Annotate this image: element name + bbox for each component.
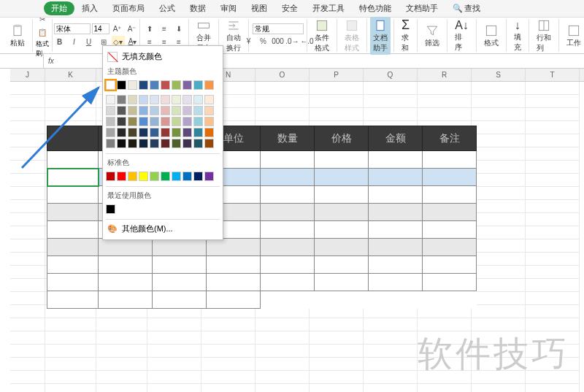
- color-swatch[interactable]: [172, 106, 181, 115]
- table-cell[interactable]: [207, 291, 261, 309]
- table-cell[interactable]: [423, 186, 477, 204]
- table-header[interactable]: 价格: [315, 126, 369, 151]
- table-cell[interactable]: [315, 221, 369, 239]
- color-swatch[interactable]: [182, 128, 192, 137]
- table-cell[interactable]: [369, 204, 423, 221]
- number-format-select[interactable]: [253, 23, 304, 34]
- fill-button[interactable]: ↓填充: [510, 18, 526, 54]
- table-cell[interactable]: [261, 291, 315, 309]
- color-swatch[interactable]: [204, 106, 214, 115]
- color-swatch[interactable]: [106, 204, 115, 214]
- cut-icon[interactable]: ✂: [36, 13, 49, 26]
- table-cell[interactable]: [423, 204, 477, 221]
- table-cell[interactable]: [153, 239, 207, 256]
- tab-data[interactable]: 数据: [182, 0, 213, 17]
- color-swatch[interactable]: [161, 80, 170, 90]
- align-mid-icon[interactable]: ≡: [158, 23, 171, 36]
- color-swatch[interactable]: [117, 117, 126, 126]
- color-swatch[interactable]: [139, 172, 148, 181]
- filter-button[interactable]: 筛选: [420, 22, 444, 50]
- color-swatch[interactable]: [182, 106, 192, 115]
- col-header-O[interactable]: O: [256, 69, 310, 81]
- color-swatch[interactable]: [161, 128, 170, 137]
- tab-special[interactable]: 特色功能: [352, 0, 399, 17]
- table-style-button[interactable]: 表格样式: [340, 17, 364, 55]
- color-swatch[interactable]: [172, 80, 181, 90]
- tab-insert[interactable]: 插入: [74, 0, 105, 17]
- currency-icon[interactable]: ¥: [242, 34, 256, 47]
- color-swatch[interactable]: [193, 128, 203, 137]
- cond-format-button[interactable]: 条件格式: [310, 17, 334, 55]
- table-cell[interactable]: [423, 221, 477, 239]
- color-swatch[interactable]: [106, 172, 115, 181]
- table-cell[interactable]: [369, 186, 423, 204]
- table-cell[interactable]: [315, 169, 369, 186]
- color-swatch[interactable]: [128, 172, 137, 181]
- color-swatch[interactable]: [172, 139, 181, 148]
- table-cell[interactable]: [153, 274, 207, 291]
- color-swatch[interactable]: [161, 95, 170, 104]
- tab-find[interactable]: 🔍查找: [445, 0, 488, 17]
- table-header[interactable]: 备注: [423, 126, 477, 151]
- color-swatch[interactable]: [106, 139, 115, 148]
- table-cell[interactable]: [315, 204, 369, 221]
- color-swatch[interactable]: [161, 106, 170, 115]
- color-swatch[interactable]: [204, 139, 214, 148]
- table-cell[interactable]: [423, 151, 477, 169]
- inc-decimal-icon[interactable]: .0→: [286, 34, 299, 47]
- table-cell[interactable]: [369, 151, 423, 169]
- table-cell[interactable]: [369, 221, 423, 239]
- color-swatch[interactable]: [150, 128, 159, 137]
- table-header[interactable]: 数量: [261, 126, 315, 151]
- worksheet-button[interactable]: 工作: [562, 22, 584, 50]
- italic-icon[interactable]: I: [68, 36, 81, 49]
- col-header-S[interactable]: S: [472, 69, 526, 81]
- table-cell[interactable]: [423, 239, 477, 256]
- color-swatch[interactable]: [117, 128, 126, 137]
- bold-icon[interactable]: B: [53, 36, 66, 49]
- tab-dochelp[interactable]: 文档助手: [399, 0, 445, 17]
- table-cell[interactable]: [261, 169, 315, 186]
- table-cell[interactable]: [99, 256, 153, 274]
- table-header[interactable]: 金额: [369, 126, 423, 151]
- color-swatch[interactable]: [150, 139, 159, 148]
- rowcol-button[interactable]: 行和列: [532, 17, 556, 55]
- color-swatch[interactable]: [139, 95, 148, 104]
- color-swatch[interactable]: [204, 128, 214, 137]
- font-name-select[interactable]: [54, 23, 91, 34]
- table-cell[interactable]: [47, 151, 99, 169]
- color-swatch[interactable]: [150, 80, 159, 90]
- table-cell[interactable]: [47, 239, 99, 256]
- color-swatch[interactable]: [204, 80, 214, 90]
- copy-icon[interactable]: 📋: [36, 26, 49, 39]
- tab-security[interactable]: 安全: [274, 0, 305, 17]
- sum-button[interactable]: Σ求和: [397, 16, 414, 55]
- color-swatch[interactable]: [139, 80, 148, 90]
- color-swatch[interactable]: [161, 117, 170, 126]
- color-swatch[interactable]: [106, 95, 115, 104]
- table-cell[interactable]: [261, 151, 315, 169]
- tab-layout[interactable]: 页面布局: [105, 0, 152, 17]
- color-swatch[interactable]: [193, 80, 203, 90]
- table-cell[interactable]: [423, 291, 477, 309]
- table-cell[interactable]: [261, 186, 315, 204]
- comma-icon[interactable]: 000: [272, 34, 285, 47]
- color-swatch[interactable]: [139, 128, 148, 137]
- table-cell[interactable]: [261, 239, 315, 256]
- table-cell[interactable]: [99, 239, 153, 256]
- table-cell[interactable]: [47, 169, 99, 186]
- table-cell[interactable]: [423, 169, 477, 186]
- color-swatch[interactable]: [117, 106, 126, 115]
- color-swatch[interactable]: [128, 95, 137, 104]
- color-swatch[interactable]: [139, 106, 148, 115]
- tab-review[interactable]: 审阅: [213, 0, 244, 17]
- col-header-P[interactable]: P: [310, 69, 364, 81]
- color-swatch[interactable]: [128, 139, 137, 148]
- table-cell[interactable]: [369, 274, 423, 291]
- color-swatch[interactable]: [139, 139, 148, 148]
- table-cell[interactable]: [207, 256, 261, 274]
- color-swatch[interactable]: [193, 172, 203, 181]
- sort-button[interactable]: A↓排序: [450, 18, 473, 54]
- more-colors-option[interactable]: 🎨 其他颜色(M)...: [106, 221, 220, 237]
- table-cell[interactable]: [315, 186, 369, 204]
